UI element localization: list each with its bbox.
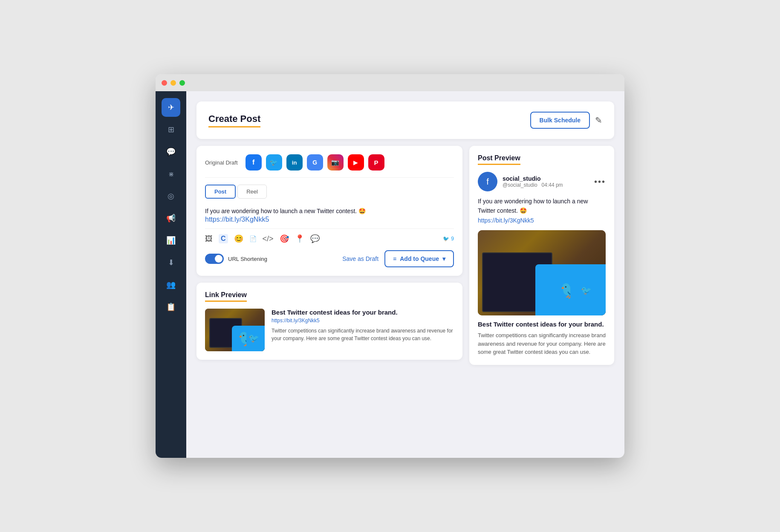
preview-image: 🐦 🐦 (478, 230, 606, 315)
chevron-down-icon: ▾ (442, 255, 445, 262)
platform-twitter[interactable]: 🐦 (266, 154, 282, 171)
reports-icon: 📋 (166, 302, 176, 312)
platform-tabs: Original Draft f 🐦 in G (205, 154, 454, 178)
facebook-icon: f (252, 159, 254, 166)
page-title: Create Post (208, 113, 260, 127)
platform-pinterest[interactable]: P (368, 154, 384, 171)
post-body: If you are wondering how to launch a new… (205, 205, 454, 228)
support-icon: ◎ (168, 191, 174, 201)
platform-google[interactable]: G (307, 154, 323, 171)
twitter-char-icon: 🐦 (443, 236, 449, 242)
preview-author-info: social_studio @social_studio 04:44 pm (503, 175, 589, 188)
preview-link-title: Best Twitter contest ideas for your bran… (478, 321, 606, 328)
twitter-icon: 🐦 (270, 159, 278, 166)
preview-author: f social_studio @social_studio 04:44 pm … (478, 172, 606, 191)
maximize-button[interactable] (179, 80, 185, 86)
image-upload-icon[interactable]: 🖼 (205, 234, 213, 243)
network-icon: ⋇ (168, 170, 174, 178)
link-preview-text: Best Twitter contest ideas for your bran… (272, 309, 454, 342)
sidebar-item-analytics[interactable]: 📊 (162, 231, 180, 250)
content-icon[interactable]: C (219, 234, 228, 243)
url-shortening-toggle[interactable] (205, 254, 224, 264)
toolbar-icons: 🖼 C 😊 📄 </> 🎯 📍 💬 (205, 234, 320, 243)
location-icon[interactable]: 📍 (295, 234, 304, 243)
post-type-post-button[interactable]: Post (205, 185, 236, 199)
editor-toolbar: 🖼 C 😊 📄 </> 🎯 📍 💬 🐦 (205, 228, 454, 243)
save-draft-button[interactable]: Save as Draft (342, 255, 378, 262)
header-actions: Bulk Schedule ✎ (530, 112, 602, 129)
emoji-icon[interactable]: 😊 (234, 234, 243, 243)
team-icon: 👥 (166, 280, 176, 289)
compose-card: Original Draft f 🐦 in G (196, 146, 462, 276)
action-bar: URL Shortening Save as Draft ≡ Add to Qu… (205, 250, 454, 267)
sidebar-item-dashboard[interactable]: ⊞ (162, 120, 180, 139)
avatar-icon: f (486, 177, 489, 187)
edit-icon: ✎ (595, 116, 602, 125)
campaigns-icon: 📢 (166, 214, 176, 223)
app-body: ✈ ⊞ 💬 ⋇ ◎ 📢 📊 ⬇ 👥 (156, 91, 624, 458)
url-shortening-label: URL Shortening (228, 256, 267, 262)
queue-icon: ≡ (393, 255, 396, 262)
bulk-schedule-button[interactable]: Bulk Schedule (530, 112, 590, 129)
google-icon: G (312, 159, 317, 166)
pinterest-icon: P (374, 159, 378, 166)
main-content: Create Post Bulk Schedule ✎ Origina (186, 91, 624, 458)
sidebar-item-campaigns[interactable]: 📢 (162, 209, 180, 228)
minimize-button[interactable] (170, 80, 176, 86)
app-window: ✈ ⊞ 💬 ⋇ ◎ 📢 📊 ⬇ 👥 (156, 74, 624, 458)
url-shortening: URL Shortening (205, 254, 267, 264)
platform-linkedin[interactable]: in (286, 154, 303, 171)
instagram-icon: 📷 (331, 159, 339, 166)
preview-image-placeholder: 🐦 🐦 (478, 230, 606, 315)
code-icon[interactable]: </> (263, 234, 274, 243)
action-buttons: Save as Draft ≡ Add to Queue ▾ (342, 250, 454, 267)
link-preview-card: Link Preview 🐦 🐦 (196, 283, 462, 360)
preview-link-desc: Twitter competitions can significantly i… (478, 331, 606, 356)
more-options-button[interactable]: ••• (594, 177, 606, 187)
sidebar-item-support[interactable]: ◎ (162, 187, 180, 205)
preview-username: social_studio (503, 175, 589, 182)
send-icon: ✈ (168, 103, 174, 112)
char-count: 🐦 9 (443, 236, 454, 242)
post-type-tabs: Post Reel (205, 185, 454, 199)
platform-youtube[interactable]: ▶ (348, 154, 364, 171)
post-link[interactable]: https://bit.ly/3KgNkk5 (205, 216, 269, 223)
platform-instagram[interactable]: 📷 (327, 154, 344, 171)
target-icon[interactable]: 🎯 (280, 234, 289, 243)
gif-icon[interactable]: 📄 (249, 235, 257, 242)
add-to-queue-button[interactable]: ≡ Add to Queue ▾ (384, 250, 454, 267)
link-preview-description: Twitter competitions can significantly i… (272, 327, 454, 342)
preview-body-text: If you are wondering how to launch a new… (478, 198, 588, 214)
preview-phone: 🐦 (570, 267, 602, 314)
thread-icon[interactable]: 💬 (310, 234, 320, 243)
link-preview-url[interactable]: https://bit.ly/3KgNkk5 (272, 318, 454, 324)
sidebar-item-send[interactable]: ✈ (162, 98, 180, 117)
link-preview-inner: 🐦 🐦 Best Twitter contest ideas for your … (205, 309, 454, 351)
sidebar-item-messages[interactable]: 💬 (162, 142, 180, 161)
sidebar-item-team[interactable]: 👥 (162, 275, 180, 294)
post-preview-card: Post Preview f social_studio @social_stu… (469, 146, 614, 365)
preview-handle: @social_studio 04:44 pm (503, 182, 589, 188)
link-preview-title: Link Preview (205, 291, 247, 302)
post-type-reel-button[interactable]: Reel (237, 185, 267, 199)
left-column: Original Draft f 🐦 in G (196, 146, 462, 448)
sidebar-item-download[interactable]: ⬇ (162, 253, 180, 272)
content-row: Original Draft f 🐦 in G (196, 146, 614, 448)
original-draft-label: Original Draft (205, 159, 238, 166)
edit-button[interactable]: ✎ (595, 115, 602, 125)
messages-icon: 💬 (166, 147, 176, 156)
phone-twitter: 🐦 (246, 326, 261, 350)
close-button[interactable] (162, 80, 167, 86)
dashboard-icon: ⊞ (168, 125, 174, 134)
titlebar (156, 74, 624, 91)
sidebar-item-reports[interactable]: 📋 (162, 298, 180, 316)
platform-facebook[interactable]: f (246, 154, 262, 171)
download-icon: ⬇ (168, 258, 174, 267)
analytics-icon: 📊 (166, 236, 176, 245)
add-queue-label: Add to Queue (400, 255, 439, 262)
preview-body: If you are wondering how to launch a new… (478, 197, 606, 225)
preview-body-link[interactable]: https://bit.ly/3KgNkk5 (478, 217, 534, 224)
sidebar-item-network[interactable]: ⋇ (162, 165, 180, 183)
link-thumbnail: 🐦 🐦 (205, 309, 265, 351)
youtube-icon: ▶ (353, 159, 358, 166)
